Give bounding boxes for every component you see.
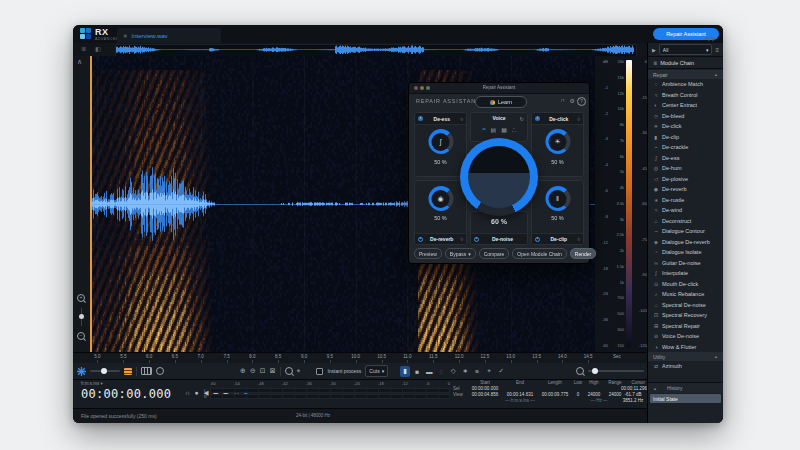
history-item[interactable]: Initial State — [650, 394, 721, 403]
module-spectral-repair[interactable]: ⊞Spectral Repair — [648, 321, 723, 332]
grab-hand-icon[interactable]: ⌖ — [297, 367, 301, 375]
v-zoom-slider[interactable] — [81, 308, 82, 326]
dialog-button-preview[interactable]: Preview — [414, 248, 442, 259]
tool-confirm-tool[interactable]: ✓ — [496, 366, 506, 377]
markers-icon[interactable]: ≣ — [81, 46, 86, 53]
module-de-ess[interactable]: ʃDe-ess — [648, 153, 723, 164]
learn-tag-icon[interactable]: ◊ — [578, 236, 580, 242]
module-dialogue-contour[interactable]: ∼Dialogue Contour — [648, 226, 723, 237]
power-icon[interactable] — [418, 237, 423, 242]
learn-button[interactable]: Learn — [475, 96, 527, 108]
learn-tag-icon[interactable]: ◊ — [461, 116, 463, 122]
timecode-display[interactable]: 00:00:00.000 — [81, 387, 171, 401]
dialog-button-open-module-chain[interactable]: Open Module Chain — [512, 248, 566, 259]
info-icon[interactable]: i — [535, 116, 540, 121]
clock-icon[interactable] — [156, 367, 164, 375]
module-de-click[interactable]: ☀De-click — [648, 121, 723, 132]
h-zoom-icon[interactable] — [576, 367, 584, 375]
module-voice-de-noise[interactable]: ⊘Voice De-noise — [648, 331, 723, 342]
spectrogram-blend-icon[interactable] — [124, 368, 132, 375]
learn-tag-icon[interactable]: ◊ — [461, 236, 463, 242]
tool-time-selection[interactable]: ▮ — [400, 366, 410, 377]
de-noise-big-knob[interactable] — [460, 138, 538, 216]
settings-gear-icon[interactable]: ⚙ — [570, 97, 575, 104]
power-icon[interactable] — [474, 237, 479, 242]
module-dialogue-isolate[interactable]: ◔Dialogue Isolate — [648, 247, 723, 258]
zoom-all-icon[interactable]: ⊠ — [270, 367, 276, 375]
power-icon[interactable] — [535, 237, 540, 242]
tool-fade-tool[interactable]: ≡ — [472, 366, 482, 377]
history-header[interactable]: ▲ History — [648, 383, 723, 393]
module-de-bleed[interactable]: ◇De-bleed — [648, 111, 723, 122]
izotope-star-icon[interactable] — [77, 362, 86, 380]
module-wow-flutter[interactable]: ◑Wow & Flutter — [648, 342, 723, 353]
v-zoom-in-icon[interactable]: + — [77, 294, 85, 302]
module-breath-control[interactable]: ≈Breath Control — [648, 90, 723, 101]
module-interpolate[interactable]: ∫Interpolate — [648, 268, 723, 279]
monitor-button[interactable]: ∩ — [185, 389, 190, 397]
zoom-selection-icon[interactable]: ⊡ — [260, 367, 266, 375]
zoom-in-icon[interactable]: ⊕ — [240, 367, 246, 375]
module-center-extract[interactable]: ◐Center Extract — [648, 100, 723, 111]
content-type-icon-2[interactable]: ▦ — [501, 126, 507, 133]
learn-tag-icon[interactable]: ◊ — [578, 116, 580, 122]
module-spectral-recovery[interactable]: ⊡Spectral Recovery — [648, 310, 723, 321]
module-de-rustle[interactable]: ∗De-rustle — [648, 195, 723, 206]
module-spectral-de-noise[interactable]: ∴Spectral De-noise — [648, 300, 723, 311]
v-zoom-out-icon[interactable]: − — [77, 332, 85, 340]
module-deconstruct[interactable]: ⌂Deconstruct — [648, 216, 723, 227]
module-mouth-de-click[interactable]: ⊙Mouth De-click — [648, 279, 723, 290]
module-azimuth[interactable]: ⇄Azimuth — [648, 361, 723, 372]
overview-waveform[interactable] — [116, 45, 634, 54]
module-filter-select[interactable]: All▾ — [659, 44, 713, 55]
section-header-utility[interactable]: Utility▲ — [648, 352, 723, 361]
module-de-wind[interactable]: ≈De-wind — [648, 205, 723, 216]
h-zoom-slider[interactable] — [588, 370, 644, 372]
module-de-crackle[interactable]: ~De-crackle — [648, 142, 723, 153]
tool-frequency-selection[interactable]: ▬ — [424, 366, 434, 377]
content-type-icon-3[interactable]: ∴ — [512, 126, 516, 133]
tool-brush-selection[interactable]: ◇ — [448, 366, 458, 377]
keyboard-icon[interactable] — [141, 367, 152, 375]
instant-process-checkbox[interactable] — [316, 368, 323, 375]
de-ess-knob[interactable]: ʃ — [428, 129, 453, 154]
de-clip-knob[interactable]: ‖ — [545, 186, 570, 211]
module-ambience-match[interactable]: ○Ambience Match — [648, 79, 723, 90]
time-format-select[interactable]: h:m:s.ms ▾ — [81, 381, 103, 386]
tool-lasso-selection[interactable]: ◌ — [436, 366, 446, 377]
module-de-reverb[interactable]: ◉De-reverb — [648, 184, 723, 195]
module-de-clip[interactable]: ▮De-clip — [648, 132, 723, 143]
module-menu-icon[interactable]: ≡ — [715, 47, 719, 53]
collapse-up-icon[interactable]: ∧ — [77, 58, 82, 66]
tool-time-frequency-selection[interactable]: ■ — [412, 366, 422, 377]
record-button[interactable]: ● — [195, 389, 199, 397]
module-chain-item[interactable]: ≣ Module Chain — [648, 57, 723, 69]
info-icon[interactable]: i — [418, 116, 423, 121]
content-type-icon-1[interactable]: ▤ — [491, 126, 497, 133]
de-click-knob[interactable]: ☀ — [545, 129, 570, 154]
tool-locate-tool[interactable]: ⌖ — [484, 366, 494, 377]
module-de-hum[interactable]: ◎De-hum — [648, 163, 723, 174]
zoom-out-icon[interactable]: ⊖ — [250, 367, 256, 375]
magnifier-icon[interactable] — [285, 367, 293, 375]
content-type-icon-0[interactable]: ≈ — [482, 126, 485, 133]
dialog-button-bypass[interactable]: Bypass▾ — [445, 248, 476, 259]
layout-icon[interactable]: ◧ — [95, 46, 101, 53]
module-music-rebalance[interactable]: ♪Music Rebalance — [648, 289, 723, 300]
tab-close-icon[interactable]: ✕ — [123, 33, 128, 39]
module-dialogue-de-reverb[interactable]: ◈Dialogue De-reverb — [648, 237, 723, 248]
relearn-icon[interactable]: ↻ — [520, 116, 524, 122]
section-header-repair[interactable]: Repair▲ — [648, 70, 723, 79]
headphones-icon[interactable]: ∩ — [561, 97, 565, 103]
de-reverb-knob[interactable]: ◉ — [428, 186, 453, 211]
instant-process-mode-select[interactable]: Cuts▾ — [365, 365, 388, 377]
help-icon[interactable]: ? — [577, 97, 586, 106]
module-guitar-de-noise[interactable]: ∞Guitar De-noise — [648, 258, 723, 269]
module-de-plosive[interactable]: ◁De-plosive — [648, 174, 723, 185]
dialog-button-compare[interactable]: Compare — [479, 248, 510, 259]
waveform-spectrogram-blend-slider[interactable] — [90, 370, 120, 372]
tool-magic-wand[interactable]: ∗ — [460, 366, 470, 377]
preview-icon[interactable]: ▶ — [652, 47, 656, 53]
file-tab[interactable]: ✕ Interview.wav — [117, 28, 221, 43]
dialog-button-render[interactable]: Render — [570, 248, 596, 259]
